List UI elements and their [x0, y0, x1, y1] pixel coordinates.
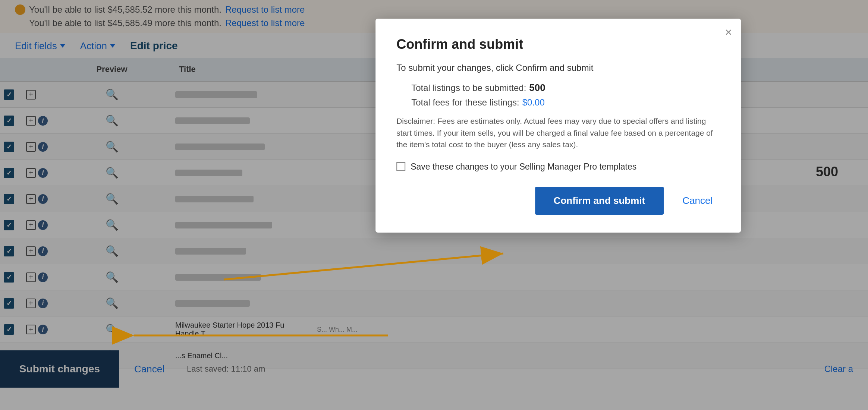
modal-description: To submit your changes, click Confirm an… — [396, 63, 720, 73]
modal-actions: Confirm and submit Cancel — [396, 187, 720, 215]
save-changes-label: Save these changes to your Selling Manag… — [411, 162, 636, 172]
modal-disclaimer: Disclaimer: Fees are estimates only. Act… — [396, 115, 720, 151]
total-fees-line: Total fees for these listings: $0.00 — [411, 97, 720, 108]
save-changes-checkbox-row: Save these changes to your Selling Manag… — [396, 162, 720, 172]
modal-title: Confirm and submit — [396, 37, 720, 52]
modal-cancel-button[interactable]: Cancel — [675, 187, 720, 215]
total-listings-line: Total listings to be submitted: 500 — [411, 82, 720, 94]
confirm-submit-button[interactable]: Confirm and submit — [535, 187, 664, 215]
modal-close-button[interactable]: × — [725, 26, 732, 38]
save-changes-checkbox[interactable] — [396, 162, 405, 171]
total-fees-label: Total fees for these listings: — [411, 97, 519, 108]
confirm-submit-modal: × Confirm and submit To submit your chan… — [375, 19, 741, 233]
modal-stats: Total listings to be submitted: 500 Tota… — [411, 82, 720, 108]
total-listings-value: 500 — [529, 82, 545, 94]
total-fees-value: $0.00 — [522, 97, 545, 108]
total-listings-label: Total listings to be submitted: — [411, 83, 526, 93]
